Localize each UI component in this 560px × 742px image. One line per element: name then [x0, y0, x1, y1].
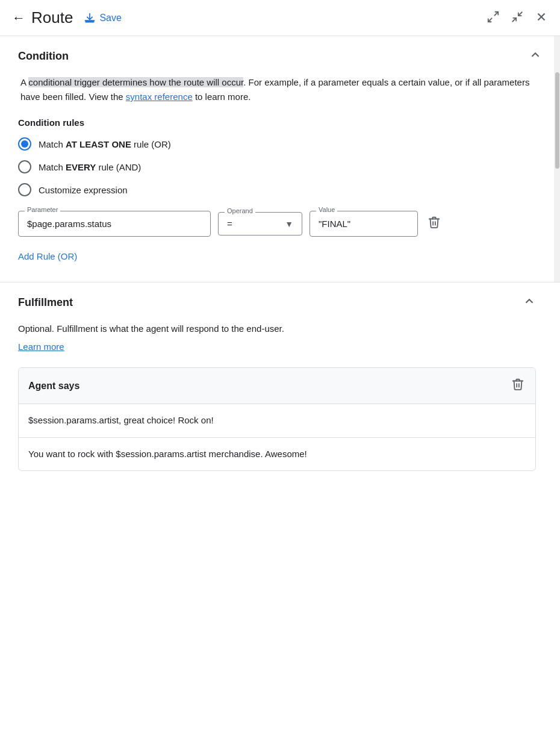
save-icon — [84, 12, 96, 24]
condition-title: Condition — [18, 50, 69, 63]
desc-highlight: conditional trigger determines how the r… — [28, 77, 243, 87]
parameter-label: Parameter — [25, 206, 60, 213]
delete-rule-button[interactable] — [425, 213, 443, 234]
svg-line-4 — [518, 12, 522, 16]
svg-line-2 — [488, 18, 492, 22]
agent-says-title: Agent says — [28, 381, 79, 391]
fulfillment-title: Fulfillment — [18, 296, 73, 309]
scrollbar-track[interactable] — [554, 36, 560, 282]
trash-icon — [428, 216, 441, 229]
radio-or-label: Match AT LEAST ONE rule (OR) — [39, 139, 171, 149]
fulfillment-collapse-icon[interactable] — [523, 295, 536, 311]
close-icon[interactable] — [535, 10, 548, 25]
save-button[interactable]: Save — [79, 10, 126, 26]
parameter-input[interactable] — [19, 211, 210, 236]
operand-field-wrapper[interactable]: Operand = ▼ — [218, 212, 302, 235]
back-button[interactable]: ← — [12, 11, 25, 25]
desc-suffix: to learn more. — [193, 92, 251, 102]
desc-text-1: A — [20, 77, 28, 87]
radio-and-circle — [18, 160, 31, 173]
condition-description: A conditional trigger determines how the… — [18, 75, 542, 104]
agent-response-2: You want to rock with $session.params.ar… — [19, 438, 535, 471]
header: ← Route Save — [0, 0, 560, 36]
parameter-row: Parameter Operand = ▼ Value — [18, 211, 542, 237]
radio-custom[interactable]: Customize expression — [18, 183, 542, 196]
fulfillment-description: Optional. Fulfillment is what the agent … — [18, 322, 536, 336]
fulfillment-section: Fulfillment Optional. Fulfillment is wha… — [0, 282, 560, 489]
agent-response-1: $session.params.artist, great choice! Ro… — [19, 404, 535, 438]
value-field-wrapper: Value — [310, 211, 418, 237]
value-label: Value — [316, 206, 337, 213]
radio-group: Match AT LEAST ONE rule (OR) Match EVERY… — [18, 137, 542, 196]
operand-value: = — [227, 219, 281, 229]
condition-collapse-icon[interactable] — [529, 48, 542, 64]
condition-section-header: Condition — [18, 48, 542, 64]
header-left: ← Route Save — [12, 8, 487, 27]
compress-icon[interactable] — [511, 10, 524, 25]
scrollbar-thumb — [555, 72, 559, 169]
svg-line-3 — [512, 18, 516, 22]
operand-dropdown-arrow: ▼ — [285, 219, 293, 229]
header-right — [487, 10, 548, 25]
svg-line-1 — [494, 12, 498, 16]
syntax-reference-link[interactable]: syntax reference — [126, 92, 193, 102]
operand-label: Operand — [225, 207, 255, 214]
radio-custom-label: Customize expression — [39, 185, 128, 195]
condition-section: Condition A conditional trigger determin… — [0, 36, 560, 282]
parameter-field-wrapper: Parameter — [18, 211, 211, 237]
save-label: Save — [99, 13, 121, 23]
add-rule-button[interactable]: Add Rule (OR) — [18, 249, 77, 264]
radio-custom-circle — [18, 183, 31, 196]
radio-and-label: Match EVERY rule (AND) — [39, 162, 141, 172]
radio-or[interactable]: Match AT LEAST ONE rule (OR) — [18, 137, 542, 151]
agent-says-header: Agent says — [19, 368, 535, 404]
operand-select[interactable]: = ▼ — [219, 213, 302, 235]
radio-or-inner — [21, 140, 28, 148]
page-title: Route — [31, 8, 73, 27]
value-input[interactable] — [310, 211, 417, 236]
learn-more-link[interactable]: Learn more — [18, 340, 536, 354]
agent-says-delete-button[interactable] — [510, 376, 526, 395]
agent-says-card: Agent says $session.params.artist, great… — [18, 367, 536, 471]
fulfillment-section-header: Fulfillment — [18, 295, 536, 311]
radio-and[interactable]: Match EVERY rule (AND) — [18, 160, 542, 173]
radio-or-circle — [18, 137, 31, 151]
expand-icon[interactable] — [487, 10, 500, 25]
agent-says-trash-icon — [511, 378, 524, 391]
condition-rules-label: Condition rules — [18, 117, 542, 128]
